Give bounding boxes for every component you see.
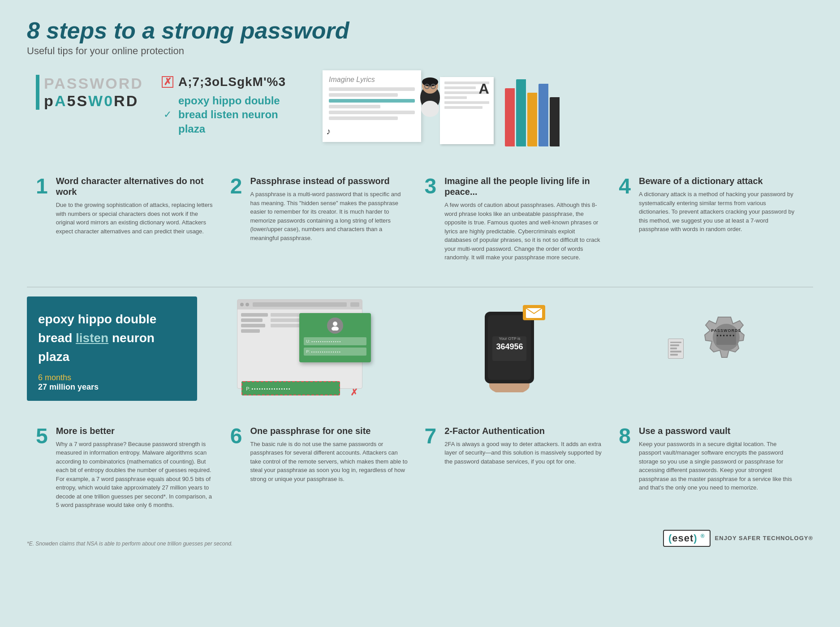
step-1-number: 1 (36, 176, 48, 197)
step-8-title: Use a password vault (639, 425, 797, 436)
middle-section: epoxy hippo double bread listen neuron p… (27, 296, 813, 401)
step-7-card: 7 2-Factor Authentication 2FA is always … (420, 419, 615, 516)
dictionary-visual (439, 70, 564, 151)
bottom-field-dots: •••••••••••••••• (251, 387, 291, 391)
otp-display: Your OTP is 364956 (494, 336, 525, 352)
imagine-line-5 (329, 111, 415, 114)
step-2-desc: A passphrase is a multi-word password th… (250, 190, 409, 242)
svg-point-2 (422, 77, 438, 86)
passphrase-years: 27 million years (38, 382, 99, 391)
divider (27, 287, 813, 288)
bottom-field-label: P: (246, 387, 251, 391)
step-4-title: Beware of a dictionary attack (639, 176, 797, 186)
vault-label-container: PASSWORDS •••••• (708, 328, 744, 339)
gear-icon: PASSWORDS •••••• (690, 313, 762, 384)
step-4-card: 4 Beware of a dictionary attack A dictio… (614, 169, 809, 269)
gear-svg (690, 313, 762, 384)
step-1-card: 1 Word character alternatives do not wor… (31, 169, 226, 269)
step-8-number: 8 (619, 425, 631, 447)
top-visual-row: PASSWORD pA5SW0RD ✗ A;7;3oLSgkM'%3 ✓ epo… (27, 70, 813, 151)
imagine-visual: Imagine Lyrics ♪ (305, 70, 439, 142)
step-4-content: Beware of a dictionary attack A dictiona… (639, 176, 797, 234)
otp-code: 364956 (494, 342, 525, 352)
step-3-content: Imagine all the people living life in pe… (444, 176, 603, 262)
passphrase-bad-item: ✗ A;7;3oLSgkM'%3 (161, 75, 296, 89)
eset-badge: (eset) ® (663, 530, 711, 547)
vault-visual: PASSWORDS •••••• (617, 299, 813, 398)
step-5-desc: Why a 7 word passphrase? Because passwor… (56, 440, 215, 510)
imagine-lines (329, 87, 415, 120)
books-stack (500, 70, 564, 151)
passphrase-box: epoxy hippo double bread listen neuron p… (27, 296, 197, 401)
step-7-content: 2-Factor Authentication 2FA is always a … (444, 425, 603, 466)
step-4-desc: A dictionary attack is a method of hacki… (639, 190, 797, 234)
imagine-card: Imagine Lyrics ♪ (323, 70, 421, 142)
steps-top-row: 1 Word character alternatives do not wor… (27, 169, 813, 269)
eset-tagline: ENJOY SAFER TECHNOLOGY® (715, 535, 813, 541)
imagine-line-2 (329, 93, 398, 97)
step-1-title: Word character alternatives do not work (56, 176, 215, 197)
good-icon: ✓ (162, 109, 173, 120)
browser-mockup: U: •••••••••••••• P: •••••••••••••• (237, 299, 362, 389)
otp-label: Your OTP is (494, 336, 525, 341)
step-8-content: Use a password vault Keep your passwords… (639, 425, 797, 492)
step-5-title: More is better (56, 425, 215, 436)
password-visual: PASSWORD pA5SW0RD (27, 70, 152, 114)
step-6-title: One passphrase for one site (250, 425, 409, 436)
avatar-icon (327, 318, 343, 334)
svg-point-8 (332, 326, 339, 331)
book-teal (516, 79, 526, 146)
good-passphrase-text: epoxy hippo doublebread listen neuronpla… (178, 94, 280, 136)
footer: *E. Snowden claims that NSA is able to p… (27, 530, 813, 547)
svg-point-6 (421, 101, 439, 117)
step-3-card: 3 Imagine all the people living life in … (420, 169, 615, 269)
step-3-number: 3 (425, 176, 437, 197)
step-2-number: 2 (230, 176, 242, 197)
header: 8 steps to a strong password Useful tips… (27, 18, 813, 57)
username-field: U: •••••••••••••• (304, 337, 366, 345)
step-8-desc: Keep your passwords in a secure digital … (639, 440, 797, 492)
music-note: ♪ (326, 126, 331, 137)
twofa-visual: Your OTP is 364956 (411, 299, 607, 398)
step-7-number: 7 (425, 425, 437, 447)
step-2-card: 2 Passphrase instead of password A passp… (226, 169, 420, 269)
imagine-line-1 (329, 87, 415, 91)
step-6-desc: The basic rule is do not use the same pa… (250, 440, 409, 484)
steps-bottom-row: 5 More is better Why a 7 word passphrase… (27, 419, 813, 516)
passphrase-visual: ✗ A;7;3oLSgkM'%3 ✓ epoxy hippo doublebre… (152, 70, 305, 145)
teal-bar (36, 75, 39, 110)
login-visual: U: •••••••••••••• P: •••••••••••••• P: •… (206, 299, 402, 398)
passphrase-box-text: epoxy hippo double bread listen neuron p… (38, 310, 186, 366)
bottom-password-field: P: •••••••••••••••• (241, 381, 340, 395)
page-title: 8 steps to a strong password (27, 18, 813, 43)
step-6-card: 6 One passphrase for one site The basic … (226, 419, 420, 516)
step-8-card: 8 Use a password vault Keep your passwor… (614, 419, 809, 516)
book-yellow (527, 93, 537, 146)
imagine-card-title: Imagine Lyrics (329, 76, 415, 84)
doc-icon (668, 339, 684, 359)
eset-logo: (eset) ® ENJOY SAFER TECHNOLOGY® (663, 530, 813, 547)
check-icon-box: ✓ (161, 108, 174, 121)
browser-sidebar (241, 313, 268, 333)
step-2-content: Passphrase instead of password A passphr… (250, 176, 409, 242)
vault-dots: •••••• (708, 333, 744, 339)
x-mark: ✗ (350, 387, 358, 398)
bad-passphrase-text: A;7;3oLSgkM'%3 (178, 75, 286, 89)
step-3-desc: A few words of caution about passphrases… (444, 201, 603, 262)
footer-note: *E. Snowden claims that NSA is able to p… (27, 541, 233, 547)
step-7-title: 2-Factor Authentication (444, 425, 603, 436)
step-5-card: 5 More is better Why a 7 word passphrase… (31, 419, 226, 516)
step-6-number: 6 (230, 425, 242, 447)
book-dark (550, 97, 560, 146)
password-bar-container: PASSWORD pA5SW0RD (36, 75, 143, 110)
passphrase-months: 6 months (38, 373, 71, 382)
imagine-line-6 (329, 116, 398, 120)
vault-label: PASSWORDS (708, 328, 744, 333)
passphrase-timing: 6 months 27 million years (38, 373, 186, 392)
password-line2: pA5SW0RD (44, 92, 143, 110)
page-subtitle: Useful tips for your online protection (27, 45, 813, 57)
imagine-line-4 (329, 105, 380, 108)
svg-point-7 (333, 322, 337, 326)
step-5-content: More is better Why a 7 word passphrase? … (56, 425, 215, 510)
bad-icon: ✗ (162, 76, 173, 88)
